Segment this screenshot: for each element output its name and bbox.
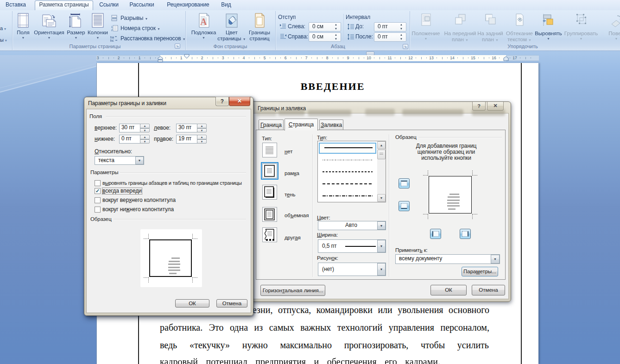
svg-text:1: 1 xyxy=(111,25,113,28)
svg-text:A: A xyxy=(200,17,207,27)
svg-text:bc: bc xyxy=(110,39,114,42)
svg-text:2: 2 xyxy=(111,29,113,31)
svg-text:ba: ba xyxy=(110,36,114,39)
